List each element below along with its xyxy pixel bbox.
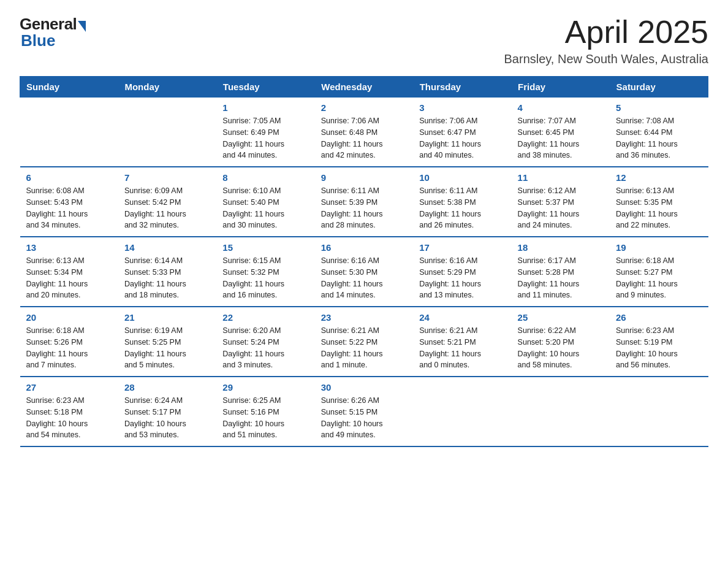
calendar-cell bbox=[118, 98, 216, 167]
calendar-cell: 3Sunrise: 7:06 AM Sunset: 6:47 PM Daylig… bbox=[413, 98, 511, 167]
calendar-table: SundayMondayTuesdayWednesdayThursdayFrid… bbox=[20, 76, 708, 447]
weekday-header-friday: Friday bbox=[512, 77, 610, 98]
day-info: Sunrise: 7:05 AM Sunset: 6:49 PM Dayligh… bbox=[222, 115, 308, 161]
day-info: Sunrise: 6:17 AM Sunset: 5:28 PM Dayligh… bbox=[518, 255, 604, 301]
calendar-cell: 30Sunrise: 6:26 AM Sunset: 5:15 PM Dayli… bbox=[315, 377, 413, 446]
calendar-cell: 21Sunrise: 6:19 AM Sunset: 5:25 PM Dayli… bbox=[118, 307, 216, 377]
calendar-location: Barnsley, New South Wales, Australia bbox=[504, 52, 708, 66]
day-number: 2 bbox=[321, 102, 407, 113]
weekday-header-wednesday: Wednesday bbox=[315, 77, 413, 98]
title-block: April 2025 Barnsley, New South Wales, Au… bbox=[504, 15, 708, 66]
day-info: Sunrise: 6:08 AM Sunset: 5:43 PM Dayligh… bbox=[26, 185, 112, 231]
calendar-cell: 6Sunrise: 6:08 AM Sunset: 5:43 PM Daylig… bbox=[20, 167, 118, 237]
calendar-cell: 5Sunrise: 7:08 AM Sunset: 6:44 PM Daylig… bbox=[610, 98, 708, 167]
day-number: 28 bbox=[124, 382, 210, 393]
weekday-header-sunday: Sunday bbox=[20, 77, 118, 98]
day-number: 30 bbox=[321, 382, 407, 393]
weekday-header-tuesday: Tuesday bbox=[216, 77, 314, 98]
calendar-cell: 25Sunrise: 6:22 AM Sunset: 5:20 PM Dayli… bbox=[512, 307, 610, 377]
day-info: Sunrise: 7:07 AM Sunset: 6:45 PM Dayligh… bbox=[518, 115, 604, 161]
day-number: 21 bbox=[124, 312, 210, 323]
calendar-cell bbox=[20, 98, 118, 167]
calendar-cell: 11Sunrise: 6:12 AM Sunset: 5:37 PM Dayli… bbox=[512, 167, 610, 237]
day-info: Sunrise: 6:22 AM Sunset: 5:20 PM Dayligh… bbox=[518, 325, 604, 371]
day-info: Sunrise: 6:15 AM Sunset: 5:32 PM Dayligh… bbox=[222, 255, 308, 301]
calendar-title: April 2025 bbox=[504, 15, 708, 50]
day-info: Sunrise: 6:21 AM Sunset: 5:21 PM Dayligh… bbox=[419, 325, 505, 371]
calendar-cell: 19Sunrise: 6:18 AM Sunset: 5:27 PM Dayli… bbox=[610, 237, 708, 307]
day-info: Sunrise: 6:26 AM Sunset: 5:15 PM Dayligh… bbox=[321, 395, 407, 441]
day-number: 4 bbox=[518, 102, 604, 113]
day-info: Sunrise: 6:10 AM Sunset: 5:40 PM Dayligh… bbox=[222, 185, 308, 231]
day-number: 14 bbox=[124, 242, 210, 253]
calendar-cell bbox=[413, 377, 511, 446]
day-number: 25 bbox=[518, 312, 604, 323]
calendar-cell: 28Sunrise: 6:24 AM Sunset: 5:17 PM Dayli… bbox=[118, 377, 216, 446]
day-number: 15 bbox=[222, 242, 308, 253]
day-info: Sunrise: 6:19 AM Sunset: 5:25 PM Dayligh… bbox=[124, 325, 210, 371]
day-info: Sunrise: 7:08 AM Sunset: 6:44 PM Dayligh… bbox=[616, 115, 702, 161]
day-info: Sunrise: 6:16 AM Sunset: 5:30 PM Dayligh… bbox=[321, 255, 407, 301]
calendar-cell: 8Sunrise: 6:10 AM Sunset: 5:40 PM Daylig… bbox=[216, 167, 314, 237]
calendar-cell: 26Sunrise: 6:23 AM Sunset: 5:19 PM Dayli… bbox=[610, 307, 708, 377]
day-info: Sunrise: 6:25 AM Sunset: 5:16 PM Dayligh… bbox=[222, 395, 308, 441]
day-info: Sunrise: 6:20 AM Sunset: 5:24 PM Dayligh… bbox=[222, 325, 308, 371]
day-info: Sunrise: 6:09 AM Sunset: 5:42 PM Dayligh… bbox=[124, 185, 210, 231]
day-info: Sunrise: 6:23 AM Sunset: 5:19 PM Dayligh… bbox=[616, 325, 702, 371]
day-info: Sunrise: 6:21 AM Sunset: 5:22 PM Dayligh… bbox=[321, 325, 407, 371]
day-info: Sunrise: 6:13 AM Sunset: 5:35 PM Dayligh… bbox=[616, 185, 702, 231]
calendar-cell: 27Sunrise: 6:23 AM Sunset: 5:18 PM Dayli… bbox=[20, 377, 118, 446]
calendar-cell: 24Sunrise: 6:21 AM Sunset: 5:21 PM Dayli… bbox=[413, 307, 511, 377]
day-number: 19 bbox=[616, 242, 702, 253]
weekday-header-saturday: Saturday bbox=[610, 77, 708, 98]
day-number: 11 bbox=[518, 172, 604, 183]
day-number: 18 bbox=[518, 242, 604, 253]
day-info: Sunrise: 6:18 AM Sunset: 5:26 PM Dayligh… bbox=[26, 325, 112, 371]
calendar-cell: 15Sunrise: 6:15 AM Sunset: 5:32 PM Dayli… bbox=[216, 237, 314, 307]
day-number: 10 bbox=[419, 172, 505, 183]
page-header: General Blue April 2025 Barnsley, New So… bbox=[20, 15, 708, 66]
day-number: 12 bbox=[616, 172, 702, 183]
calendar-week-row: 27Sunrise: 6:23 AM Sunset: 5:18 PM Dayli… bbox=[20, 377, 708, 446]
calendar-cell bbox=[610, 377, 708, 446]
day-number: 22 bbox=[222, 312, 308, 323]
day-number: 20 bbox=[26, 312, 112, 323]
calendar-week-row: 13Sunrise: 6:13 AM Sunset: 5:34 PM Dayli… bbox=[20, 237, 708, 307]
day-info: Sunrise: 6:12 AM Sunset: 5:37 PM Dayligh… bbox=[518, 185, 604, 231]
day-number: 26 bbox=[616, 312, 702, 323]
day-number: 29 bbox=[222, 382, 308, 393]
day-info: Sunrise: 7:06 AM Sunset: 6:48 PM Dayligh… bbox=[321, 115, 407, 161]
calendar-week-row: 20Sunrise: 6:18 AM Sunset: 5:26 PM Dayli… bbox=[20, 307, 708, 377]
day-number: 9 bbox=[321, 172, 407, 183]
calendar-cell: 18Sunrise: 6:17 AM Sunset: 5:28 PM Dayli… bbox=[512, 237, 610, 307]
calendar-cell: 4Sunrise: 7:07 AM Sunset: 6:45 PM Daylig… bbox=[512, 98, 610, 167]
calendar-cell bbox=[512, 377, 610, 446]
calendar-header-row: SundayMondayTuesdayWednesdayThursdayFrid… bbox=[20, 77, 708, 98]
day-info: Sunrise: 6:23 AM Sunset: 5:18 PM Dayligh… bbox=[26, 395, 112, 441]
calendar-cell: 14Sunrise: 6:14 AM Sunset: 5:33 PM Dayli… bbox=[118, 237, 216, 307]
day-info: Sunrise: 6:13 AM Sunset: 5:34 PM Dayligh… bbox=[26, 255, 112, 301]
day-info: Sunrise: 6:18 AM Sunset: 5:27 PM Dayligh… bbox=[616, 255, 702, 301]
calendar-cell: 2Sunrise: 7:06 AM Sunset: 6:48 PM Daylig… bbox=[315, 98, 413, 167]
calendar-cell: 10Sunrise: 6:11 AM Sunset: 5:38 PM Dayli… bbox=[413, 167, 511, 237]
day-number: 1 bbox=[222, 102, 308, 113]
day-info: Sunrise: 6:11 AM Sunset: 5:39 PM Dayligh… bbox=[321, 185, 407, 231]
calendar-cell: 22Sunrise: 6:20 AM Sunset: 5:24 PM Dayli… bbox=[216, 307, 314, 377]
weekday-header-monday: Monday bbox=[118, 77, 216, 98]
day-number: 7 bbox=[124, 172, 210, 183]
calendar-cell: 17Sunrise: 6:16 AM Sunset: 5:29 PM Dayli… bbox=[413, 237, 511, 307]
calendar-week-row: 6Sunrise: 6:08 AM Sunset: 5:43 PM Daylig… bbox=[20, 167, 708, 237]
day-info: Sunrise: 6:16 AM Sunset: 5:29 PM Dayligh… bbox=[419, 255, 505, 301]
weekday-header-thursday: Thursday bbox=[413, 77, 511, 98]
day-number: 27 bbox=[26, 382, 112, 393]
calendar-cell: 20Sunrise: 6:18 AM Sunset: 5:26 PM Dayli… bbox=[20, 307, 118, 377]
day-number: 16 bbox=[321, 242, 407, 253]
day-number: 5 bbox=[616, 102, 702, 113]
day-info: Sunrise: 7:06 AM Sunset: 6:47 PM Dayligh… bbox=[419, 115, 505, 161]
calendar-cell: 9Sunrise: 6:11 AM Sunset: 5:39 PM Daylig… bbox=[315, 167, 413, 237]
calendar-cell: 1Sunrise: 7:05 AM Sunset: 6:49 PM Daylig… bbox=[216, 98, 314, 167]
day-number: 23 bbox=[321, 312, 407, 323]
calendar-cell: 23Sunrise: 6:21 AM Sunset: 5:22 PM Dayli… bbox=[315, 307, 413, 377]
day-info: Sunrise: 6:11 AM Sunset: 5:38 PM Dayligh… bbox=[419, 185, 505, 231]
calendar-week-row: 1Sunrise: 7:05 AM Sunset: 6:49 PM Daylig… bbox=[20, 98, 708, 167]
